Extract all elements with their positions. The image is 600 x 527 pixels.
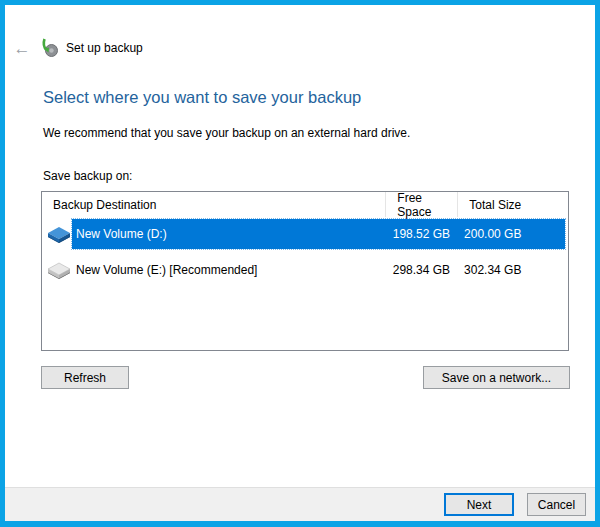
footer-bar: Next Cancel (5, 487, 595, 521)
page-description: We recommend that you save your backup o… (43, 126, 410, 140)
drive-total-size: 302.34 GB (454, 263, 565, 277)
wizard-header: ← Set up backup (5, 33, 595, 63)
next-button[interactable]: Next (444, 493, 514, 516)
column-header-free-space[interactable]: Free Space (385, 192, 457, 217)
row-content: New Volume (E:) [Recommended] 298.34 GB … (72, 255, 565, 285)
drive-free-space: 298.34 GB (383, 263, 454, 277)
table-row-new-volume-e[interactable]: New Volume (E:) [Recommended] 298.34 GB … (42, 255, 568, 289)
row-selection-highlight: New Volume (D:) 198.52 GB 200.00 GB (72, 219, 565, 249)
drive-total-size: 200.00 GB (454, 227, 565, 241)
page-title: Select where you want to save your backu… (43, 88, 361, 107)
table-row-new-volume-d[interactable]: New Volume (D:) 198.52 GB 200.00 GB (42, 219, 568, 253)
column-header-backup-destination[interactable]: Backup Destination (42, 192, 385, 217)
cancel-button[interactable]: Cancel (527, 493, 586, 516)
drive-name: New Volume (D:) (72, 227, 383, 241)
save-backup-on-label: Save backup on: (43, 169, 132, 183)
window-title: Set up backup (66, 41, 143, 55)
refresh-button[interactable]: Refresh (41, 366, 129, 389)
table-header-row: Backup Destination Free Space Total Size (42, 192, 568, 217)
backup-destination-list: Backup Destination Free Space Total Size… (41, 191, 569, 351)
column-header-total-size[interactable]: Total Size (457, 192, 568, 217)
drive-free-space: 198.52 GB (383, 227, 454, 241)
hard-drive-silver-icon (46, 260, 72, 282)
back-arrow-icon[interactable]: ← (5, 40, 39, 57)
save-on-network-button[interactable]: Save on a network... (423, 366, 570, 389)
drive-name: New Volume (E:) [Recommended] (72, 263, 383, 277)
backup-clock-icon (39, 38, 59, 58)
hard-drive-blue-icon (46, 224, 72, 246)
setup-backup-window: ← Set up backup Select where you want to… (0, 0, 600, 527)
